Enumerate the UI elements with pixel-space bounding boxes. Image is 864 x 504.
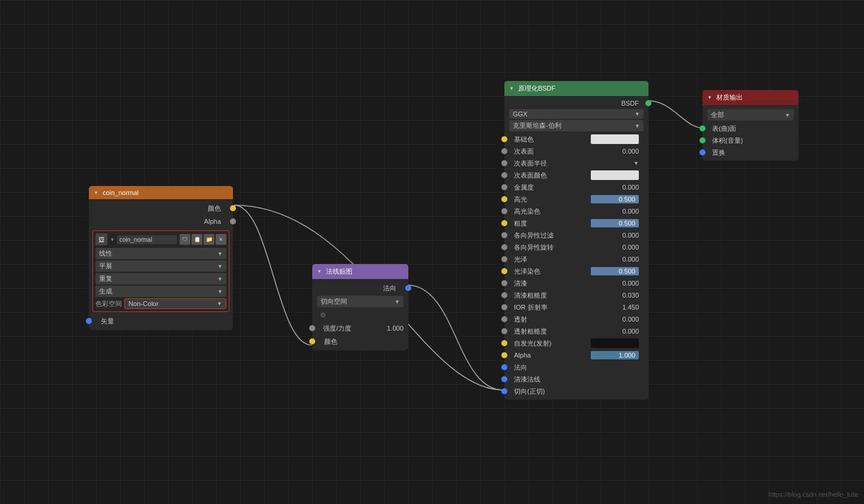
socket-nm-dot xyxy=(321,313,325,317)
flat-select[interactable]: 平展 ▼ xyxy=(95,260,226,272)
coin-normal-title: coin_normal xyxy=(103,189,139,196)
socket-color-out[interactable] xyxy=(230,205,236,211)
tangent-space-row: 切向空间 ▼ xyxy=(312,295,408,308)
mat-output-header[interactable]: ▼ 材质输出 xyxy=(702,90,799,105)
socket-clearcoat-normal-in[interactable] xyxy=(501,376,507,382)
copy-btn[interactable]: 📋 xyxy=(192,234,202,245)
socket-roughness-in[interactable] xyxy=(501,220,507,226)
socket-clearcoat-rough-in[interactable] xyxy=(501,292,507,298)
socket-tangent-in[interactable] xyxy=(501,388,507,394)
flat-label: 平展 xyxy=(99,262,112,271)
socket-nm-out[interactable] xyxy=(405,285,411,291)
bsdf-val-subsurface: 0.000 xyxy=(612,148,648,155)
bsdf-row-specular-tint: 高光染色 0.000 xyxy=(504,205,648,217)
bsdf-node: ▼ 原理化BSDF BSDF GGX ▼ 克里斯坦森-伯利 ▼ 基础色 xyxy=(504,81,648,400)
socket-sheen-tint-in[interactable] xyxy=(501,268,507,274)
collapse-arrow: ▼ xyxy=(94,190,98,196)
bsdf-bar-alpha: 1.000 xyxy=(591,351,639,359)
socket-normal-in[interactable] xyxy=(501,364,507,370)
bsdf-label-subsurface-radius: 次表面半径 xyxy=(504,159,633,168)
image-icon: 🖼 xyxy=(95,233,107,245)
socket-alpha-out[interactable] xyxy=(230,218,236,224)
socket-surface-in[interactable] xyxy=(699,125,705,131)
image-name[interactable]: coin_normal xyxy=(117,235,177,244)
shield-btn[interactable]: 🛡 xyxy=(180,234,190,245)
folder-btn[interactable]: 📁 xyxy=(204,234,214,245)
mat-volume-row: 体积(音量) xyxy=(702,134,799,146)
bsdf-label-anisotropic: 各向异性过滤 xyxy=(504,231,612,240)
bsdf-row-subsurface-radius: 次表面半径 ▼ xyxy=(504,157,648,169)
multiscatter-select[interactable]: 克里斯坦森-伯利 ▼ xyxy=(509,120,644,131)
vector-row: 矢量 xyxy=(89,314,233,328)
ggx-select[interactable]: GGX ▼ xyxy=(509,109,644,119)
bsdf-label-metallic: 金属度 xyxy=(504,183,612,192)
socket-strength-in[interactable] xyxy=(309,325,315,331)
bsdf-row-tangent: 切向(正切) xyxy=(504,385,648,397)
repeat-label: 重复 xyxy=(99,274,112,283)
socket-bsdf-out[interactable] xyxy=(645,100,651,106)
socket-transmission-in[interactable] xyxy=(501,316,507,322)
socket-specular-tint-in[interactable] xyxy=(501,208,507,214)
nm-output-row: 法向 xyxy=(312,281,408,295)
color-space-select[interactable]: Non-Color ▼ xyxy=(124,298,226,309)
image-panel: 🖼 ▼ coin_normal 🛡 📋 📁 ✕ 线性 ▼ 平展 xyxy=(92,230,229,312)
bsdf-label-sheen: 光泽 xyxy=(504,255,612,264)
socket-base-color-in[interactable] xyxy=(501,136,507,142)
bsdf-row-anisotropic-rot: 各向异性旋转 0.000 xyxy=(504,241,648,253)
image-panel-top: 🖼 ▼ coin_normal 🛡 📋 📁 ✕ xyxy=(95,233,226,245)
socket-ior-in[interactable] xyxy=(501,304,507,310)
bsdf-label-ior: IOR 折射率 xyxy=(504,303,612,312)
ggx-row: GGX ▼ xyxy=(504,108,648,119)
socket-nm-color-in[interactable] xyxy=(309,338,315,344)
socket-volume-in[interactable] xyxy=(699,137,705,143)
socket-transmission-rough-in[interactable] xyxy=(501,328,507,334)
bsdf-label-roughness: 粗度 xyxy=(504,219,591,228)
bsdf-row-emission: 自发光(发射) xyxy=(504,337,648,349)
generate-select[interactable]: 生成 ▼ xyxy=(95,286,226,297)
normal-map-header[interactable]: ▼ 法线贴图 xyxy=(312,264,408,279)
socket-clearcoat-in[interactable] xyxy=(501,280,507,286)
socket-emission-in[interactable] xyxy=(501,340,507,346)
bsdf-label-transmission: 透射 xyxy=(504,315,612,324)
socket-specular-in[interactable] xyxy=(501,196,507,202)
coin-normal-header[interactable]: ▼ coin_normal xyxy=(89,186,233,199)
socket-anisotropic-in[interactable] xyxy=(501,232,507,238)
bsdf-row-base-color: 基础色 xyxy=(504,133,648,145)
socket-sheen-in[interactable] xyxy=(501,256,507,262)
image-buttons: 🛡 📋 📁 ✕ xyxy=(180,234,226,245)
ggx-label: GGX xyxy=(513,110,527,118)
mat-output-dropdown[interactable]: 全部 ▼ xyxy=(707,109,794,121)
bsdf-header[interactable]: ▼ 原理化BSDF xyxy=(504,81,648,96)
bsdf-label-base-color: 基础色 xyxy=(504,135,591,144)
socket-alpha-in[interactable] xyxy=(501,352,507,358)
output-color-label: 颜色 xyxy=(89,204,225,213)
bsdf-label-clearcoat: 清漆 xyxy=(504,279,612,288)
close-btn[interactable]: ✕ xyxy=(216,234,226,245)
socket-anisotropic-rot-in[interactable] xyxy=(501,244,507,250)
mat-surface-label: 表(曲)面 xyxy=(702,124,799,133)
collapse-arrow-mat: ▼ xyxy=(707,95,712,100)
mat-surface-row: 表(曲)面 xyxy=(702,122,799,134)
bsdf-value-emission xyxy=(591,338,639,348)
repeat-row: 重复 ▼ xyxy=(95,273,226,284)
socket-subsurface-radius-in[interactable] xyxy=(501,160,507,166)
bsdf-row-subsurface-color: 次表面颜色 xyxy=(504,169,648,181)
output-alpha-row: Alpha xyxy=(89,215,233,228)
socket-vector-in[interactable] xyxy=(86,318,92,324)
bsdf-val-specular-tint: 0.000 xyxy=(612,208,648,215)
repeat-select[interactable]: 重复 ▼ xyxy=(95,273,226,284)
watermark: https://blog.csdn.net/hello_tute xyxy=(769,491,858,498)
bsdf-label-anisotropic-rot: 各向异性旋转 xyxy=(504,243,612,252)
bsdf-label-clearcoat-normal: 清漆法线 xyxy=(504,375,648,384)
chevron-tangent: ▼ xyxy=(394,299,400,305)
coin-normal-node: ▼ coin_normal 颜色 Alpha 🖼 ▼ coin_normal 🛡… xyxy=(89,186,233,330)
socket-metallic-in[interactable] xyxy=(501,184,507,190)
dropdown-arrow-small: ▼ xyxy=(110,237,115,242)
linear-select[interactable]: 线性 ▼ xyxy=(95,248,226,259)
generate-label: 生成 xyxy=(99,287,112,296)
socket-displacement-in[interactable] xyxy=(699,149,705,155)
socket-subsurface-in[interactable] xyxy=(501,148,507,154)
tangent-space-select[interactable]: 切向空间 ▼ xyxy=(317,296,403,307)
bsdf-row-alpha: Alpha 1.000 xyxy=(504,349,648,361)
socket-subsurface-color-in[interactable] xyxy=(501,172,507,178)
